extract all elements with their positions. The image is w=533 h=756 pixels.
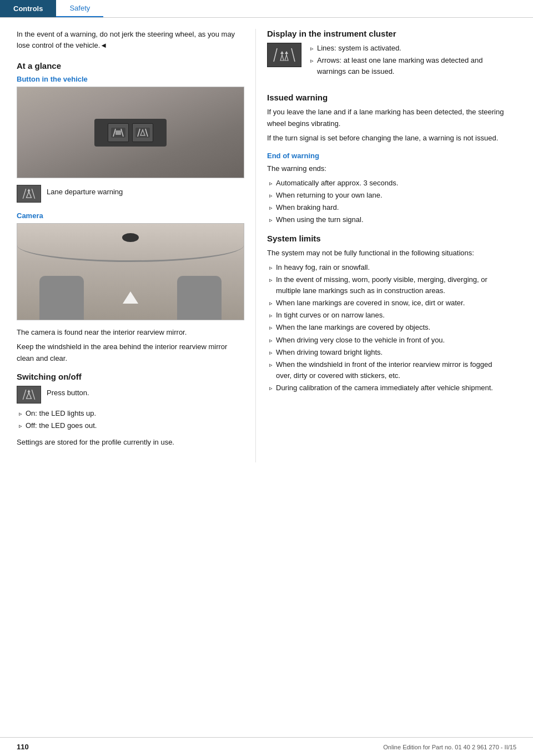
footer: 110 Online Edition for Part no. 01 40 2 … bbox=[0, 737, 533, 756]
lane-departure-label-row: Lane departure warning bbox=[17, 185, 244, 203]
limit-bullet-5-text: When driving very close to the vehicle i… bbox=[276, 335, 445, 346]
seat-left bbox=[39, 276, 84, 320]
limit-bullet-1: ▹ In the event of missing, worn, poorly … bbox=[267, 274, 505, 296]
left-column: In the event of a warning, do not jerk t… bbox=[0, 29, 255, 462]
rearview-mirror bbox=[122, 233, 139, 242]
bullet-off: ▹ Off: the LED goes out. bbox=[17, 420, 244, 431]
button-panel bbox=[94, 119, 167, 147]
arrow-icon-limit-5: ▹ bbox=[269, 336, 273, 345]
arrow-icon-limit-8: ▹ bbox=[269, 384, 273, 393]
switch-icon-box bbox=[17, 386, 41, 404]
button-square-right bbox=[132, 123, 153, 142]
end-bullet-3-text: When using the turn signal. bbox=[276, 214, 364, 225]
limit-bullet-8: ▹ During calibration of the camera immed… bbox=[267, 382, 505, 394]
section-display: Display in the instrument cluster bbox=[267, 29, 505, 38]
arrow-icon-limit-3: ▹ bbox=[269, 311, 273, 320]
svg-rect-18 bbox=[269, 45, 299, 65]
bullet-arrows: ▹ Arrows: at least one lane marking was … bbox=[308, 55, 505, 77]
limit-bullet-6-text: When driving toward bright lights. bbox=[276, 347, 383, 358]
cluster-image bbox=[267, 43, 301, 67]
car-button-graphic bbox=[17, 87, 244, 178]
camera-text1: The camera is found near the interior re… bbox=[17, 327, 244, 338]
tab-safety[interactable]: Safety bbox=[56, 0, 103, 17]
lane-departure-icon bbox=[20, 188, 38, 200]
press-button-text: Press button. bbox=[47, 387, 89, 399]
arrow-icon-off: ▹ bbox=[19, 421, 22, 431]
limits-intro-text: The system may not be fully functional i… bbox=[267, 248, 505, 259]
tab-controls[interactable]: Controls bbox=[0, 0, 56, 17]
issued-text1: If you leave the lane and if a lane mark… bbox=[267, 107, 505, 129]
limit-bullet-6: ▹ When driving toward bright lights. bbox=[267, 347, 505, 358]
switch-icon bbox=[20, 389, 38, 401]
switching-bullets: ▹ On: the LED lights up. ▹ Off: the LED … bbox=[17, 408, 244, 431]
arrow-icon-limit-1: ▹ bbox=[269, 275, 273, 285]
arrow-icon-limit-6: ▹ bbox=[269, 348, 273, 357]
switch-icon-row: Press button. bbox=[17, 386, 244, 404]
end-of-warning-text: The warning ends: bbox=[267, 163, 505, 174]
limits-bullets: ▹ In heavy fog, rain or snowfall. ▹ In t… bbox=[267, 262, 505, 394]
end-bullet-1: ▹ When returning to your own lane. bbox=[267, 190, 505, 201]
cluster-icon bbox=[269, 45, 299, 65]
main-content: In the event of a warning, do not jerk t… bbox=[0, 18, 533, 462]
end-bullet-2-text: When braking hard. bbox=[276, 202, 339, 213]
bullet-on: ▹ On: the LED lights up. bbox=[17, 408, 244, 419]
lane-warning-icon-btn-right bbox=[134, 127, 151, 139]
vehicle-button-image bbox=[17, 87, 244, 178]
arrow-icon-limit-4: ▹ bbox=[269, 323, 273, 332]
camera-text2: Keep the windshield in the area behind t… bbox=[17, 341, 244, 364]
intro-text: In the event of a warning, do not jerk t… bbox=[17, 29, 244, 51]
right-column: Display in the instrument cluster bbox=[255, 29, 522, 462]
arrow-icon-end-3: ▹ bbox=[269, 215, 273, 225]
lane-departure-icon-btn-left bbox=[110, 127, 127, 139]
lane-departure-icon-box bbox=[17, 185, 41, 203]
svg-rect-3 bbox=[115, 130, 121, 135]
lane-departure-label: Lane departure warning bbox=[47, 187, 123, 198]
header: Controls Safety bbox=[0, 0, 533, 18]
end-bullet-0: ▹ Automatically after approx. 3 seconds. bbox=[267, 178, 505, 189]
limit-bullet-3: ▹ In tight curves or on narrow lanes. bbox=[267, 310, 505, 321]
arrow-icon-lines: ▹ bbox=[310, 44, 314, 53]
limit-bullet-2: ▹ When lane markings are covered in snow… bbox=[267, 298, 505, 309]
arrows-text: Arrows: at least one lane marking was de… bbox=[317, 55, 505, 77]
end-bullet-0-text: Automatically after approx. 3 seconds. bbox=[276, 178, 398, 189]
arrow-icon-on: ▹ bbox=[19, 409, 22, 419]
arrow-icon-limit-2: ▹ bbox=[269, 299, 273, 308]
arrow-icon-limit-7: ▹ bbox=[269, 360, 273, 370]
on-text: On: the LED lights up. bbox=[26, 408, 96, 419]
limit-bullet-0: ▹ In heavy fog, rain or snowfall. bbox=[267, 262, 505, 273]
subsection-end-of-warning: End of warning bbox=[267, 152, 505, 160]
limit-bullet-1-text: In the event of missing, worn, poorly vi… bbox=[276, 274, 505, 296]
button-square-left bbox=[108, 123, 129, 142]
camera-interior-graphic bbox=[17, 223, 244, 320]
arrow-icon-end-0: ▹ bbox=[269, 179, 273, 188]
page-number: 110 bbox=[17, 743, 29, 751]
section-system-limits: System limits bbox=[267, 234, 505, 243]
limit-bullet-4: ▹ When the lane markings are covered by … bbox=[267, 322, 505, 333]
arrow-icon-end-1: ▹ bbox=[269, 191, 273, 200]
bullet-lines: ▹ Lines: system is activated. bbox=[308, 43, 505, 54]
end-bullet-3: ▹ When using the turn signal. bbox=[267, 214, 505, 225]
arrow-icon-arrows: ▹ bbox=[310, 56, 314, 65]
limit-bullet-3-text: In tight curves or on narrow lanes. bbox=[276, 310, 385, 321]
seat-right bbox=[177, 276, 222, 320]
subsection-button-in-vehicle: Button in the vehicle bbox=[17, 75, 244, 83]
limit-bullet-7-text: When the windshield in front of the inte… bbox=[276, 359, 505, 381]
arrow-icon-limit-0: ▹ bbox=[269, 263, 273, 273]
cluster-bullets: ▹ Lines: system is activated. ▹ Arrows: … bbox=[308, 43, 505, 78]
end-bullet-2: ▹ When braking hard. bbox=[267, 202, 505, 213]
edition-info: Online Edition for Part no. 01 40 2 961 … bbox=[383, 744, 516, 750]
limit-bullet-0-text: In heavy fog, rain or snowfall. bbox=[276, 262, 370, 273]
subsection-camera: Camera bbox=[17, 211, 244, 220]
lines-text: Lines: system is activated. bbox=[317, 43, 401, 54]
section-switching: Switching on/off bbox=[17, 372, 244, 381]
camera-arrow bbox=[123, 291, 138, 304]
limit-bullet-5: ▹ When driving very close to the vehicle… bbox=[267, 335, 505, 346]
limit-bullet-8-text: During calibration of the camera immedia… bbox=[276, 382, 493, 394]
off-text: Off: the LED goes out. bbox=[26, 420, 97, 431]
issued-text2: If the turn signal is set before changin… bbox=[267, 133, 505, 144]
limit-bullet-7: ▹ When the windshield in front of the in… bbox=[267, 359, 505, 381]
cluster-block: ▹ Lines: system is activated. ▹ Arrows: … bbox=[267, 43, 505, 84]
section-issued-warning: Issued warning bbox=[267, 93, 505, 102]
settings-text: Settings are stored for the profile curr… bbox=[17, 437, 244, 448]
camera-image bbox=[17, 223, 244, 320]
